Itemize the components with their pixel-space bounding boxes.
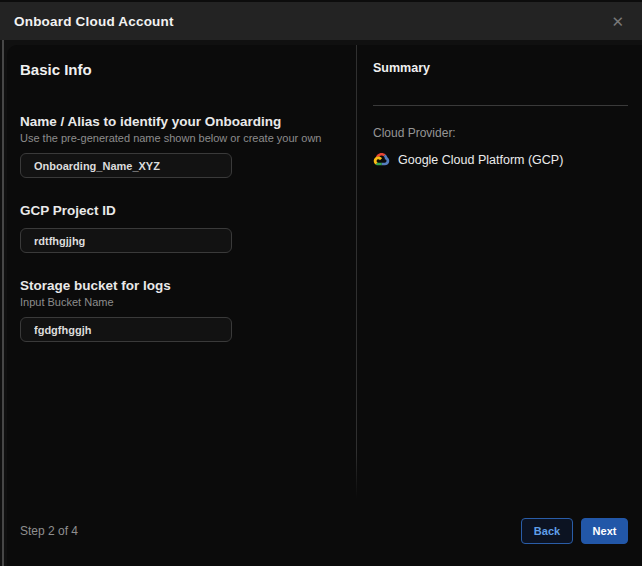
onboarding-name-input[interactable] xyxy=(20,153,232,178)
basic-info-heading: Basic Info xyxy=(20,61,343,78)
onboarding-name-label: Name / Alias to identify your Onboarding xyxy=(20,114,343,129)
modal-title: Onboard Cloud Account xyxy=(14,14,174,29)
cloud-provider-label: Cloud Provider: xyxy=(373,126,628,140)
onboarding-name-hint: Use the pre-generated name shown below o… xyxy=(20,132,343,144)
storage-bucket-input[interactable] xyxy=(20,317,232,342)
footer-buttons: Back Next xyxy=(521,518,628,544)
basic-info-section: Basic Info Name / Alias to identify your… xyxy=(7,45,356,496)
next-button[interactable]: Next xyxy=(581,518,628,544)
back-button[interactable]: Back xyxy=(521,518,573,544)
storage-bucket-hint: Input Bucket Name xyxy=(20,296,343,308)
field-gcp-project-id: GCP Project ID xyxy=(20,203,343,253)
summary-heading: Summary xyxy=(373,61,628,75)
gcp-project-id-input[interactable] xyxy=(20,228,232,253)
modal-body: Basic Info Name / Alias to identify your… xyxy=(7,45,642,566)
field-onboarding-name: Name / Alias to identify your Onboarding… xyxy=(20,114,343,178)
close-icon[interactable]: ✕ xyxy=(607,12,628,31)
summary-section: Summary Cloud Provider: Google Cloud Pla… xyxy=(357,45,642,168)
modal-footer: Step 2 of 4 Back Next xyxy=(7,496,642,566)
google-cloud-icon xyxy=(373,151,390,168)
storage-bucket-label: Storage bucket for logs xyxy=(20,278,343,293)
onboard-cloud-account-modal: Onboard Cloud Account ✕ Basic Info Name … xyxy=(0,0,642,566)
cloud-provider-name: Google Cloud Platform (GCP) xyxy=(398,153,563,167)
modal-header: Onboard Cloud Account ✕ xyxy=(0,0,642,40)
summary-divider-line xyxy=(373,105,628,106)
step-indicator: Step 2 of 4 xyxy=(20,524,78,538)
field-storage-bucket: Storage bucket for logs Input Bucket Nam… xyxy=(20,278,343,342)
cloud-provider-row: Google Cloud Platform (GCP) xyxy=(373,151,628,168)
page-edge-line xyxy=(2,40,4,566)
gcp-project-id-label: GCP Project ID xyxy=(20,203,343,218)
